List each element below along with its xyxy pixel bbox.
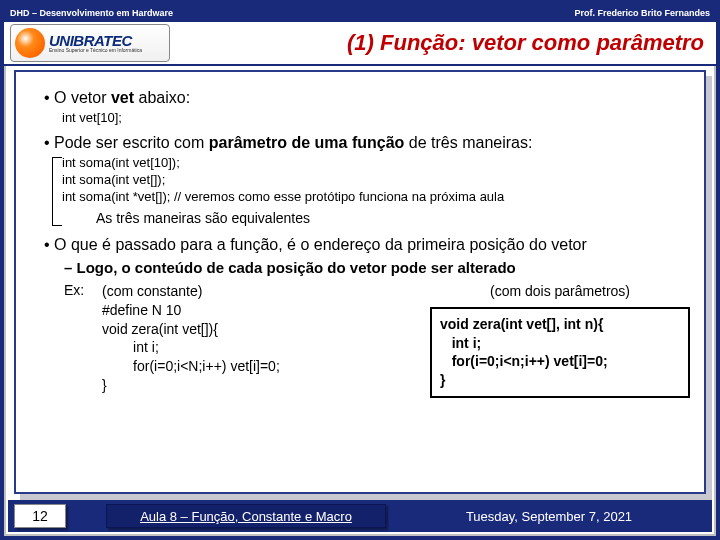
logo-subtitle: Ensino Superior e Técnico em Informática	[49, 48, 142, 53]
proto-3: int soma(int *vet[]); // veremos como es…	[62, 189, 690, 206]
slide-frame: DHD – Desenvolvimento em Hardware Prof. …	[0, 0, 720, 540]
example-right: (com dois parâmetros) void zera(int vet[…	[430, 282, 690, 398]
swirl-icon	[15, 28, 45, 58]
example-label: Ex:	[64, 282, 94, 398]
slide-title: (1) Função: vetor como parâmetro	[176, 30, 716, 56]
code-box: void zera(int vet[], int n){ int i; for(…	[430, 307, 690, 399]
proto-1: int soma(int vet[10]);	[62, 155, 690, 172]
code-decl: int vet[10];	[62, 110, 690, 127]
bullet-1: O vetor vet abaixo:	[44, 88, 690, 108]
equiv-note: As três maneiras são equivalentes	[96, 210, 690, 228]
footer-bar: 12 Aula 8 – Função, Constante e Macro Tu…	[8, 500, 712, 532]
bullet-3: O que é passado para a função, é o ender…	[44, 235, 690, 255]
institution-logo: UNIBRATEC Ensino Superior e Técnico em I…	[10, 24, 170, 62]
course-name: DHD – Desenvolvimento em Hardware	[10, 8, 173, 18]
content-box: O vetor vet abaixo: int vet[10]; Pode se…	[14, 70, 706, 494]
sub-bullet: Logo, o conteúdo de cada posição do veto…	[64, 259, 690, 278]
title-row: UNIBRATEC Ensino Superior e Técnico em I…	[4, 22, 716, 66]
professor-name: Prof. Frederico Brito Fernandes	[574, 8, 710, 18]
footer-date: Tuesday, September 7, 2021	[386, 509, 712, 524]
top-bar: DHD – Desenvolvimento em Hardware Prof. …	[4, 4, 716, 22]
bracket-icon	[52, 157, 62, 226]
example-left: (com constante) #define N 10 void zera(i…	[102, 282, 422, 398]
slide-number: 12	[14, 504, 66, 528]
bullet-2: Pode ser escrito com parâmetro de uma fu…	[44, 133, 690, 153]
prototype-group: int soma(int vet[10]); int soma(int vet[…	[62, 155, 690, 206]
logo-name: UNIBRATEC	[49, 33, 142, 48]
lesson-title: Aula 8 – Função, Constante e Macro	[106, 504, 386, 528]
example-row: Ex: (com constante) #define N 10 void ze…	[64, 282, 690, 398]
proto-2: int soma(int vet[]);	[62, 172, 690, 189]
